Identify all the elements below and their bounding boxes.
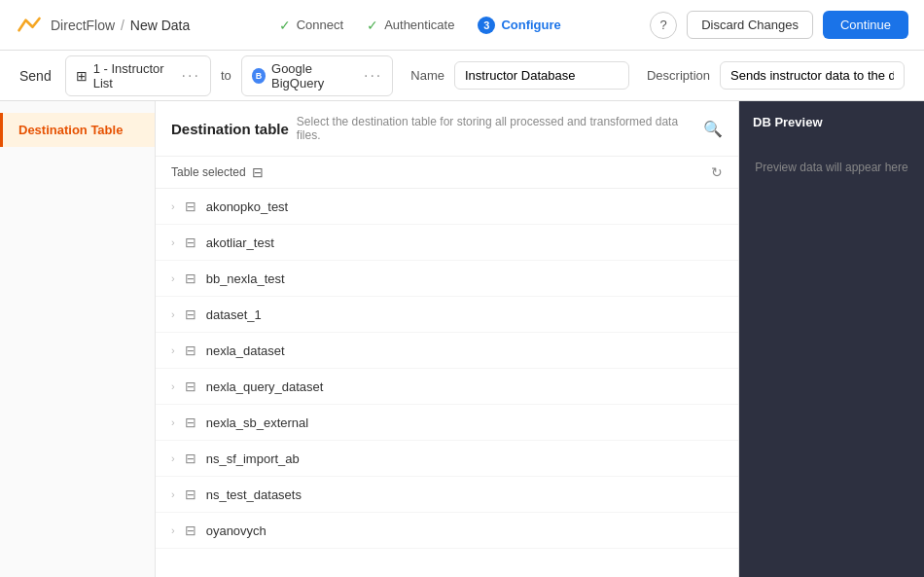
row-chevron-icon: › — [171, 344, 175, 356]
send-label: Send — [19, 68, 52, 84]
row-name: ns_sf_import_ab — [206, 451, 300, 466]
connect-check-icon: ✓ — [279, 18, 291, 33]
row-db-icon: ⊟ — [185, 234, 196, 250]
table-row[interactable]: › ⊟ ns_sf_import_ab — [156, 441, 738, 477]
logo-area: DirectFlow / New Data — [16, 12, 190, 39]
header: DirectFlow / New Data ✓ Connect ✓ Authen… — [0, 0, 924, 51]
sidebar-item-destination-table[interactable]: Destination Table — [0, 113, 155, 147]
step-connect-label: Connect — [297, 18, 343, 32]
discard-changes-button[interactable]: Discard Changes — [687, 11, 813, 39]
table-grid-icon: ⊟ — [252, 164, 264, 180]
header-actions: ? Discard Changes Continue — [650, 11, 908, 39]
dest-chip-label: Google BigQuery — [271, 61, 358, 90]
row-chevron-icon: › — [171, 524, 175, 536]
row-db-icon: ⊟ — [185, 379, 196, 394]
table-selected-label: Table selected — [171, 165, 246, 179]
row-chevron-icon: › — [171, 272, 175, 284]
table-row[interactable]: › ⊟ nexla_dataset — [156, 333, 738, 369]
row-db-icon: ⊟ — [185, 523, 196, 538]
db-preview-empty-label: Preview data will appear here — [753, 161, 910, 174]
row-db-icon: ⊟ — [185, 343, 196, 358]
logo-icon — [16, 12, 43, 39]
panel-title: Destination table — [171, 121, 289, 137]
name-input[interactable] — [454, 61, 629, 90]
db-preview-title: DB Preview — [753, 115, 910, 129]
row-name: akonopko_test — [206, 199, 289, 214]
breadcrumb-current: New Data — [130, 18, 190, 33]
row-chevron-icon: › — [171, 236, 175, 248]
row-name: nexla_dataset — [206, 343, 285, 358]
step-connect: ✓ Connect — [279, 18, 343, 33]
step-authenticate-label: Authenticate — [384, 18, 454, 32]
app-name: DirectFlow — [51, 18, 115, 33]
source-chip-icon: ⊞ — [76, 68, 88, 84]
name-label: Name — [410, 68, 444, 83]
row-db-icon: ⊟ — [185, 487, 196, 502]
row-chevron-icon: › — [171, 488, 175, 500]
row-name: bb_nexla_test — [206, 271, 285, 286]
row-chevron-icon: › — [171, 380, 175, 392]
continue-button[interactable]: Continue — [823, 11, 908, 39]
help-button[interactable]: ? — [650, 12, 677, 39]
table-row[interactable]: › ⊟ akonopko_test — [156, 189, 738, 225]
search-icon[interactable]: 🔍 — [703, 120, 723, 138]
dest-chip-dots: ··· — [364, 67, 382, 85]
table-row[interactable]: › ⊟ oyanovych — [156, 513, 738, 549]
authenticate-check-icon: ✓ — [367, 18, 378, 33]
bq-dot-icon: B — [252, 68, 266, 84]
configure-step-num: 3 — [478, 17, 495, 34]
row-db-icon: ⊟ — [185, 415, 196, 430]
step-authenticate: ✓ Authenticate — [367, 18, 454, 33]
row-db-icon: ⊟ — [185, 270, 196, 286]
source-chip[interactable]: ⊞ 1 - Instructor List ··· — [65, 55, 211, 96]
table-list: › ⊟ akonopko_test › ⊟ akotliar_test › ⊟ … — [156, 189, 738, 577]
breadcrumb-sep: / — [121, 18, 124, 33]
row-name: dataset_1 — [206, 307, 262, 322]
table-row[interactable]: › ⊟ dataset_1 — [156, 297, 738, 333]
row-db-icon: ⊟ — [185, 451, 196, 466]
table-subheader: Table selected ⊟ ↻ — [156, 157, 738, 189]
center-panel: Destination table Select the destination… — [156, 101, 739, 577]
table-row[interactable]: › ⊟ nexla_query_dataset — [156, 369, 738, 405]
send-bar: Send ⊞ 1 - Instructor List ··· to B Goog… — [0, 51, 924, 101]
dest-chip[interactable]: B Google BigQuery ··· — [241, 55, 394, 96]
step-configure-label: Configure — [501, 18, 560, 32]
row-chevron-icon: › — [171, 308, 175, 320]
table-row[interactable]: › ⊟ bb_nexla_test — [156, 261, 738, 297]
panel-header: Destination table Select the destination… — [156, 101, 738, 157]
source-chip-dots: ··· — [182, 67, 200, 85]
main-content: Destination Table Destination table Sele… — [0, 101, 924, 577]
row-chevron-icon: › — [171, 416, 175, 428]
row-db-icon: ⊟ — [185, 198, 196, 214]
row-name: nexla_sb_external — [206, 415, 309, 430]
description-label: Description — [647, 68, 710, 83]
description-input[interactable] — [720, 61, 905, 90]
row-name: ns_test_datasets — [206, 487, 302, 502]
source-chip-label: 1 - Instructor List — [93, 61, 176, 90]
table-row[interactable]: › ⊟ akotliar_test — [156, 225, 738, 261]
row-name: nexla_query_dataset — [206, 379, 324, 394]
breadcrumb: DirectFlow / New Data — [51, 18, 190, 33]
to-label: to — [221, 68, 231, 83]
step-configure: 3 Configure — [478, 17, 560, 34]
db-preview-panel: DB Preview Preview data will appear here — [739, 101, 924, 577]
steps-nav: ✓ Connect ✓ Authenticate 3 Configure — [201, 17, 638, 34]
table-row[interactable]: › ⊟ nexla_sb_external — [156, 405, 738, 441]
row-name: oyanovych — [206, 523, 267, 538]
panel-subtitle: Select the destination table for storing… — [297, 115, 695, 142]
row-chevron-icon: › — [171, 200, 175, 212]
row-name: akotliar_test — [206, 235, 274, 250]
row-chevron-icon: › — [171, 452, 175, 464]
table-row[interactable]: › ⊟ ns_test_datasets — [156, 477, 738, 513]
row-db-icon: ⊟ — [185, 307, 196, 322]
sidebar: Destination Table — [0, 101, 156, 577]
refresh-button[interactable]: ↻ — [711, 164, 723, 180]
